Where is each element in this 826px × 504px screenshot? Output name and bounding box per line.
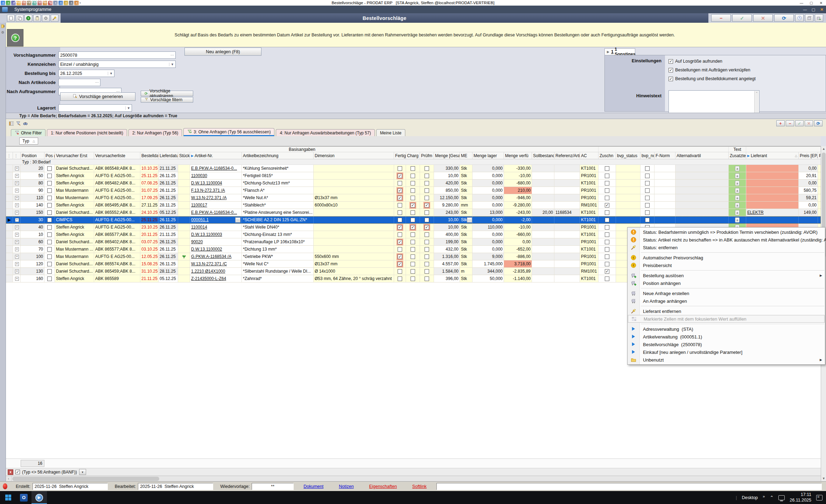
expand-row-icon[interactable]: + bbox=[15, 233, 19, 237]
desktop-chevron-icon[interactable]: » bbox=[763, 494, 765, 498]
expand-row-icon[interactable]: + bbox=[15, 218, 19, 222]
checkbox-charg[interactable] bbox=[411, 196, 415, 200]
context-menu-item-2[interactable]: Status: entfernen bbox=[628, 244, 825, 251]
checkbox-charg[interactable] bbox=[411, 210, 415, 215]
statusbar-link-softlink[interactable]: Softlink bbox=[405, 484, 434, 489]
menu-systemprogramme[interactable]: Systemprogramme bbox=[10, 6, 65, 13]
field-nach-artikelcode[interactable]: ··· bbox=[58, 79, 100, 86]
scroll-up-icon[interactable]: ▲ bbox=[821, 146, 826, 152]
dropdown-arrow-icon[interactable]: ▼ bbox=[169, 63, 174, 66]
checkbox-fertig[interactable] bbox=[398, 210, 402, 215]
row-add-button[interactable]: + bbox=[776, 120, 785, 126]
zusatztext-note-icon[interactable]: a bbox=[735, 181, 740, 186]
clock[interactable]: 17:11 26.11.2025 bbox=[790, 492, 811, 503]
checkbox-zuschn[interactable] bbox=[605, 240, 609, 244]
expand-row-icon[interactable]: + bbox=[15, 247, 19, 251]
grid-group-row[interactable]: Typ : 30:Bedarf bbox=[6, 159, 821, 165]
vorschlaege-aktualisieren-button[interactable]: ⟳ Vorschläge aktualisieren bbox=[141, 91, 193, 96]
checkbox-fertig[interactable] bbox=[398, 203, 402, 208]
field-vorschlagsnummer[interactable]: 2500078··· bbox=[58, 51, 176, 59]
bookmark-icon[interactable] bbox=[1, 24, 5, 29]
checkbox-1[interactable]: ✓ bbox=[668, 59, 673, 64]
context-menu-item-10[interactable]: Neue Anfrage erstellen bbox=[628, 289, 825, 297]
checkbox-zuschn[interactable]: ✓ bbox=[605, 269, 609, 274]
context-menu-item-20[interactable]: Unbenutzt▶ bbox=[628, 356, 825, 364]
refresh-button[interactable]: ⟳ bbox=[774, 14, 794, 22]
checkbox-posb[interactable] bbox=[47, 262, 52, 266]
column-header-pruefm[interactable]: Prüfm bbox=[420, 152, 434, 159]
field-lagerort[interactable]: ▼ bbox=[58, 104, 132, 112]
column-header-st[interactable]: Stückl bbox=[178, 152, 190, 159]
column-header-bvpno[interactable]: bvp_no bbox=[640, 152, 654, 159]
hinweistext-scrollbar[interactable]: ⌃⌄ bbox=[754, 91, 759, 116]
mdi-minimize-button[interactable]: — bbox=[801, 6, 809, 13]
checkbox-pruefm[interactable] bbox=[425, 166, 429, 171]
help-icon[interactable]: ? bbox=[24, 15, 32, 22]
clear-filter-button[interactable]: x bbox=[8, 469, 13, 475]
checkbox-charg[interactable] bbox=[411, 262, 415, 266]
expand-row-icon[interactable]: + bbox=[15, 262, 19, 266]
checkbox-2[interactable]: ✓ bbox=[668, 68, 673, 72]
hscroll-thumb[interactable] bbox=[12, 477, 159, 481]
checkbox-3[interactable]: ✓ bbox=[668, 77, 673, 81]
artikel-link[interactable]: 1100017 bbox=[191, 203, 207, 208]
column-header-dim[interactable]: Dimension bbox=[314, 152, 394, 159]
artikel-link[interactable]: F.13.N-272.371 /A bbox=[191, 188, 225, 193]
filter-tab-0[interactable]: Ohne Filter bbox=[11, 129, 46, 136]
context-menu-item-11[interactable]: An Anfrage anhängen bbox=[628, 297, 825, 305]
expand-row-icon[interactable]: + bbox=[15, 277, 19, 281]
checkbox-posb[interactable] bbox=[47, 247, 52, 252]
column-header-lief[interactable]: ▶Lieferant△ bbox=[746, 152, 799, 159]
checkbox-bvpno[interactable] bbox=[645, 181, 650, 186]
checkbox-bvpno[interactable] bbox=[645, 210, 650, 215]
artikel-link[interactable]: W.13.N-272.371 /A bbox=[191, 195, 226, 200]
context-menu-item-17[interactable]: Artikelverwaltung (000051.1) bbox=[628, 333, 825, 341]
neu-anlegen-button[interactable]: Neu anlegen (F8) bbox=[184, 48, 261, 56]
checkbox-fertig[interactable] bbox=[398, 166, 402, 171]
remove-button[interactable]: − bbox=[711, 14, 731, 22]
help-button[interactable]: ? bbox=[7, 29, 23, 47]
close-button[interactable]: ✕ bbox=[816, 0, 826, 6]
scroll-left-icon[interactable]: ‹ bbox=[6, 476, 12, 481]
artikel-link[interactable]: G.PKW.A-1168534 /A bbox=[191, 254, 231, 259]
column-header-me[interactable]: ME bbox=[460, 152, 472, 159]
quick-access-dropdown-icon[interactable]: ▾ bbox=[79, 1, 81, 5]
checkbox-charg[interactable] bbox=[411, 188, 415, 193]
field-kennzeichen[interactable]: Einzel / unabhängig▼ bbox=[58, 61, 176, 68]
artikel-link[interactable]: 90020 bbox=[191, 239, 203, 244]
statusbar-link-dokument[interactable]: Dokument bbox=[296, 484, 331, 489]
artikel-link[interactable]: 1100030 bbox=[191, 173, 207, 178]
checkbox-pruefm[interactable] bbox=[425, 196, 429, 200]
vorschlaege-filtern-button[interactable]: Vorschläge filtern bbox=[141, 97, 193, 103]
column-header-posb[interactable]: Pos (B bbox=[44, 152, 55, 159]
column-header-bez[interactable]: Artikelbezeichnung bbox=[242, 152, 314, 159]
column-header-preis2[interactable]: Prei bbox=[818, 152, 821, 159]
search-binoculars-icon[interactable] bbox=[22, 121, 28, 126]
expand-row-icon[interactable]: + bbox=[15, 196, 19, 200]
lieferant-link[interactable]: ELEKTR bbox=[747, 210, 764, 215]
expand-row-icon[interactable]: + bbox=[15, 225, 19, 229]
column-header-liste[interactable]: Verursacherliste bbox=[94, 152, 140, 159]
checkbox-pruefm[interactable] bbox=[425, 269, 429, 274]
checkbox-posb[interactable] bbox=[47, 210, 52, 215]
checkbox-charg[interactable] bbox=[411, 174, 415, 178]
ellipsis-button-icon[interactable]: ··· bbox=[94, 80, 99, 84]
grid-refresh-button[interactable]: ⟳ bbox=[814, 120, 822, 126]
table-icon[interactable]: ▪ bbox=[74, 1, 79, 5]
expand-row-icon[interactable]: + bbox=[15, 240, 19, 244]
checkbox-fertig[interactable]: ✓ bbox=[398, 225, 402, 230]
zusatztext-note-icon[interactable]: a bbox=[735, 217, 740, 223]
checkbox-zuschn[interactable] bbox=[605, 276, 609, 281]
checkbox-charg[interactable]: ✓ bbox=[411, 203, 415, 208]
checkbox-fertig[interactable] bbox=[398, 269, 402, 274]
scroll-down-icon[interactable]: ▼ bbox=[821, 476, 826, 481]
expand-row-icon[interactable]: + bbox=[15, 211, 19, 215]
table-row-pos-150[interactable]: +150Daniel Schuchard...ABK 865552;ABK 8.… bbox=[6, 209, 821, 216]
checkbox-bvpno[interactable] bbox=[645, 196, 650, 200]
cancel-button[interactable]: ✕ bbox=[753, 14, 773, 22]
table-row-pos-30[interactable]: ▶+30CIMPCSAUFTG E AG25-00...25.11.2526.1… bbox=[6, 216, 821, 224]
checkbox-zuschn[interactable] bbox=[605, 174, 609, 178]
checkbox-fertig[interactable] bbox=[398, 218, 402, 222]
checkbox-pruefm[interactable] bbox=[425, 174, 429, 178]
checkbox-charg[interactable] bbox=[411, 166, 415, 171]
